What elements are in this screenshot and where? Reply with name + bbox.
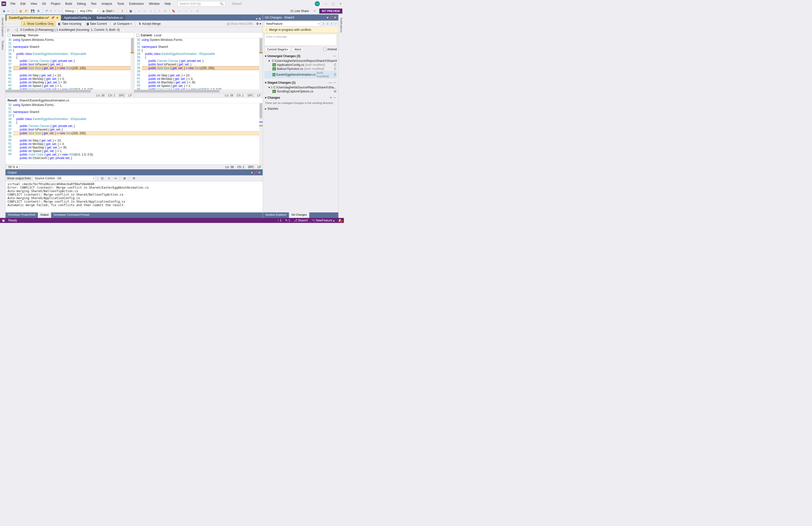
bm-list-icon[interactable]: ⊟ <box>195 9 200 14</box>
menu-debug[interactable]: Debug <box>75 1 88 6</box>
menu-help[interactable]: Help <box>163 1 173 6</box>
staged-section[interactable]: ▾Staged Changes (1)— ⋯ <box>263 80 338 86</box>
pin-icon[interactable]: 📌 <box>51 16 55 19</box>
platform-dropdown[interactable]: Any CPU <box>78 8 100 14</box>
feedback-icon[interactable]: ⚐ <box>312 9 317 14</box>
status-pencil[interactable]: ✎ 1 <box>285 219 290 222</box>
abort-button[interactable]: Abort <box>292 47 304 52</box>
output-source-dropdown[interactable]: Source Control - Git <box>33 176 96 181</box>
push-icon[interactable]: ⬆ <box>330 22 333 26</box>
unmerged-file-0[interactable]: C#ApplicationConfig.cs [both modified]C <box>264 63 337 67</box>
server-explorer-tab[interactable]: Server Explorer <box>1 16 5 39</box>
menu-view[interactable]: View <box>29 1 39 6</box>
bottab-output[interactable]: Output <box>38 212 51 218</box>
menu-window[interactable]: Window <box>147 1 162 6</box>
start-button[interactable]: ▶ Start ▾ <box>101 8 117 14</box>
last-conflict-icon[interactable]: →| <box>14 28 17 32</box>
solution-explorer-tab[interactable]: Solution Explorer <box>263 212 289 218</box>
accept-merge-button[interactable]: ⬇Accept Merge <box>137 21 162 26</box>
menu-edit[interactable]: Edit <box>18 1 28 6</box>
commit-staged-button[interactable]: Commit Staged <box>264 47 291 52</box>
more-icon[interactable]: ⋯ <box>333 81 336 85</box>
nav-back-icon[interactable]: ◉ <box>1 9 6 14</box>
scrollbar-h[interactable] <box>5 89 134 93</box>
unmerged-file-1[interactable]: C#BalloonTipAction.cs [both modified]C <box>264 67 337 71</box>
take-current-button[interactable]: ◨Take Current <box>84 21 109 26</box>
staged-file-0[interactable]: C#ScrollingCaptureOptions.csM <box>264 89 337 93</box>
current-checkbox[interactable] <box>136 34 139 37</box>
close-button[interactable]: ✕ <box>339 2 342 5</box>
unmerged-repo-path[interactable]: ▾C:\Users\tagherfa\Source\Repos\ShareX\S… <box>264 59 337 63</box>
gear-icon[interactable]: ⚙ ▾ <box>256 22 261 26</box>
staged-repo-path[interactable]: ▾C:\Users\tagherfa\Source\Repos\ShareX\S… <box>264 86 337 89</box>
undo-icon[interactable]: ↶ <box>44 9 49 14</box>
bottab-devcmd[interactable]: Developer Command Prompt <box>51 212 92 218</box>
branch-dropdown[interactable]: NewFeature <box>264 21 321 27</box>
stashes-section[interactable]: ▸Stashes <box>263 105 338 112</box>
toolbox-tab[interactable]: Toolbox <box>1 39 5 52</box>
out-settings-icon[interactable]: ⚙ <box>131 176 136 181</box>
tab-eastereeg[interactable]: EasterEggAboutAnimation.cs*📌✕ <box>6 15 61 20</box>
status-up[interactable]: ↑ 1 <box>278 219 282 222</box>
scrollbar-h[interactable] <box>134 89 263 93</box>
commit-message-input[interactable]: Enter a message <box>264 34 337 46</box>
unstage-icon[interactable]: — <box>329 81 332 85</box>
tool-icon-2[interactable]: ▣ <box>128 9 133 14</box>
output-toggle-icon[interactable]: ▣ <box>2 219 5 222</box>
compare-button[interactable]: ⇄Compare ▾ <box>112 21 133 26</box>
unmerged-section[interactable]: ▾Unmerged Changes (3)⋯ <box>263 54 338 59</box>
close-icon[interactable]: ✕ <box>56 16 58 19</box>
open-icon[interactable]: 📂 <box>24 9 29 14</box>
tab-dropdown-icon[interactable]: ▾ <box>256 17 257 20</box>
incoming-checkbox[interactable] <box>8 34 11 37</box>
indent-icon[interactable]: ⇥ <box>136 9 141 14</box>
bm-next-icon[interactable]: ⇢ <box>183 9 188 14</box>
out-toggle-icon[interactable]: ≡ <box>106 176 111 181</box>
more-icon[interactable]: ⋯ <box>333 96 336 100</box>
maximize-button[interactable]: ▢ <box>331 2 335 5</box>
status-repo[interactable]: ⎇ ShareX <box>294 219 308 222</box>
bottab-powershell[interactable]: Developer PowerShell <box>5 212 38 218</box>
out-wrap-icon[interactable]: ⇥ <box>113 176 118 181</box>
unmerged-file-2[interactable]: C#EasterEggAboutAnimation.cs [both modif… <box>264 71 337 78</box>
comment-icon[interactable]: ≡ <box>157 9 162 14</box>
bm-prev-icon[interactable]: ⇠ <box>177 9 182 14</box>
notification-bell-icon[interactable]: 🔔2 <box>338 219 342 222</box>
more-icon[interactable]: ⋯ <box>333 54 336 58</box>
menu-analyze[interactable]: Analyze <box>100 1 114 6</box>
fetch-icon[interactable]: ⬇ <box>322 22 325 26</box>
menu-project[interactable]: Project <box>49 1 62 6</box>
tab-appconfig[interactable]: ApplicationConfig.cs <box>61 15 94 20</box>
menu-tools[interactable]: Tools <box>115 1 126 6</box>
pull-icon[interactable]: ⬇ <box>326 22 329 26</box>
outdent-icon[interactable]: ⇤ <box>142 9 147 14</box>
live-share-button[interactable]: ⮹ Live Share <box>289 9 310 13</box>
uncomment-icon[interactable]: ≢ <box>163 9 168 14</box>
amend-checkbox[interactable] <box>323 48 326 51</box>
take-incoming-button[interactable]: ◧Take Incoming <box>56 21 83 26</box>
menu-build[interactable]: Build <box>63 1 74 6</box>
bookmark-icon[interactable]: 🔖 <box>171 9 176 14</box>
menu-git[interactable]: Git <box>40 1 48 6</box>
save-all-icon[interactable]: 🗎 <box>36 9 41 14</box>
scrollbar-v[interactable] <box>259 38 263 89</box>
tool-icon-1[interactable]: ⬇ <box>120 9 125 14</box>
bm-clear-icon[interactable]: ⇣ <box>189 9 194 14</box>
user-avatar[interactable]: TG <box>315 1 320 6</box>
output-close-icon[interactable]: ✕ <box>258 171 261 174</box>
git-changes-tab[interactable]: Git Changes <box>289 212 309 218</box>
show-conflicts-button[interactable]: ⚠Show Conflicts Only <box>21 21 55 26</box>
format-icon[interactable]: ≡ <box>148 9 154 14</box>
nav-fwd-small-icon[interactable]: → <box>13 21 18 26</box>
int-preview-badge[interactable]: INT PREVIEW <box>319 9 342 14</box>
notifications-tab[interactable]: Notifications <box>339 16 343 34</box>
git-dropdown-icon[interactable]: ▾ <box>327 16 328 19</box>
menu-file[interactable]: File <box>9 1 17 6</box>
scrollbar-v[interactable] <box>259 103 263 164</box>
out-stop-icon[interactable]: ⊠ <box>122 176 127 181</box>
output-text[interactable]: virtual c4ecbcfecf01a9bca1c404becba0f98a… <box>5 181 263 212</box>
git-close-icon[interactable]: ✕ <box>334 16 336 19</box>
word-diffs-button[interactable]: ▤Show Word Diffs <box>225 21 255 26</box>
minimize-button[interactable]: — <box>324 2 327 5</box>
nav-back-small-icon[interactable]: ← <box>7 21 12 26</box>
